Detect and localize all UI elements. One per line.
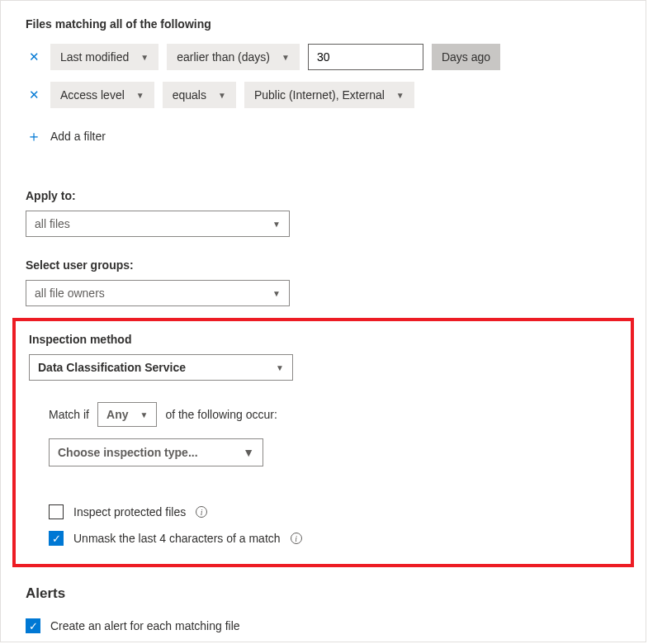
alert-each-row: ✓ Create an alert for each matching file xyxy=(26,618,621,633)
filter-field-label: Last modified xyxy=(60,50,129,64)
chevron-down-icon: ▼ xyxy=(281,53,290,62)
filter-row: ✕ Last modified ▼ earlier than (days) ▼ … xyxy=(26,44,621,70)
inspect-protected-checkbox[interactable] xyxy=(49,504,64,519)
filter-value-input[interactable] xyxy=(308,44,423,70)
inspect-protected-label: Inspect protected files xyxy=(73,505,186,519)
filter-field-label: Access level xyxy=(60,88,125,102)
inspection-type-select[interactable]: Choose inspection type... ▼ xyxy=(49,438,263,466)
filter-operator-label: earlier than (days) xyxy=(177,50,270,64)
chevron-down-icon: ▼ xyxy=(218,91,226,100)
inspection-type-placeholder: Choose inspection type... xyxy=(58,446,198,459)
inspection-method-section: Inspection method Data Classification Se… xyxy=(12,318,634,567)
info-icon[interactable]: i xyxy=(291,533,302,544)
apply-to-value: all files xyxy=(35,217,70,230)
alerts-section: Alerts ✓ Create an alert for each matchi… xyxy=(1,575,646,633)
policy-form-panel: Files matching all of the following ✕ La… xyxy=(0,0,646,642)
filter-unit-button[interactable]: Days ago xyxy=(432,44,500,70)
close-icon[interactable]: ✕ xyxy=(26,50,42,64)
filter-field-select[interactable]: Access level ▼ xyxy=(50,82,154,108)
chevron-down-icon: ▼ xyxy=(243,446,254,459)
filter-unit-label: Days ago xyxy=(442,50,490,64)
filter-value-select[interactable]: Public (Internet), External ▼ xyxy=(244,82,414,108)
add-filter-label: Add a filter xyxy=(50,130,106,143)
inspection-method-value: Data Classification Service xyxy=(38,361,186,374)
filters-heading: Files matching all of the following xyxy=(26,17,621,31)
alert-each-label: Create an alert for each matching file xyxy=(50,619,240,632)
user-groups-select[interactable]: all file owners ▼ xyxy=(26,280,290,306)
filter-operator-label: equals xyxy=(173,88,206,102)
chevron-down-icon: ▼ xyxy=(396,91,404,100)
add-filter-button[interactable]: ＋ Add a filter xyxy=(26,126,621,146)
filter-value-label: Public (Internet), External xyxy=(254,88,385,102)
apply-to-label: Apply to: xyxy=(26,189,621,202)
match-mode-value: Any xyxy=(106,408,128,421)
chevron-down-icon: ▼ xyxy=(140,53,149,62)
user-groups-label: Select user groups: xyxy=(26,258,621,272)
chevron-down-icon: ▼ xyxy=(276,363,284,372)
filter-field-select[interactable]: Last modified ▼ xyxy=(50,44,158,70)
unmask-label: Unmask the last 4 characters of a match xyxy=(73,532,281,545)
inspection-method-label: Inspection method xyxy=(29,333,617,346)
info-icon[interactable]: i xyxy=(196,506,207,518)
chevron-down-icon: ▼ xyxy=(272,220,281,229)
chevron-down-icon: ▼ xyxy=(272,289,281,298)
alerts-heading: Alerts xyxy=(26,585,621,602)
match-prefix: Match if xyxy=(49,408,89,421)
apply-to-select[interactable]: all files ▼ xyxy=(26,211,290,237)
close-icon[interactable]: ✕ xyxy=(26,88,42,102)
chevron-down-icon: ▼ xyxy=(136,91,144,100)
unmask-row: ✓ Unmask the last 4 characters of a matc… xyxy=(49,531,617,546)
unmask-checkbox[interactable]: ✓ xyxy=(49,531,64,546)
match-suffix: of the following occur: xyxy=(165,408,277,421)
match-condition-row: Match if Any ▼ of the following occur: xyxy=(49,402,617,427)
apply-to-section: Apply to: all files ▼ xyxy=(1,154,646,237)
chevron-down-icon: ▼ xyxy=(140,410,148,419)
inspect-protected-row: Inspect protected files i xyxy=(49,504,617,519)
filter-operator-select[interactable]: earlier than (days) ▼ xyxy=(167,44,300,70)
filters-section: Files matching all of the following ✕ La… xyxy=(1,1,646,154)
inspection-method-select[interactable]: Data Classification Service ▼ xyxy=(29,354,293,381)
user-groups-value: all file owners xyxy=(35,286,105,300)
match-mode-select[interactable]: Any ▼ xyxy=(97,402,157,427)
filter-row: ✕ Access level ▼ equals ▼ Public (Intern… xyxy=(26,82,621,108)
plus-icon: ＋ xyxy=(26,126,42,146)
user-groups-section: Select user groups: all file owners ▼ xyxy=(1,237,646,306)
filter-operator-select[interactable]: equals ▼ xyxy=(163,82,236,108)
alert-each-checkbox[interactable]: ✓ xyxy=(26,618,40,633)
